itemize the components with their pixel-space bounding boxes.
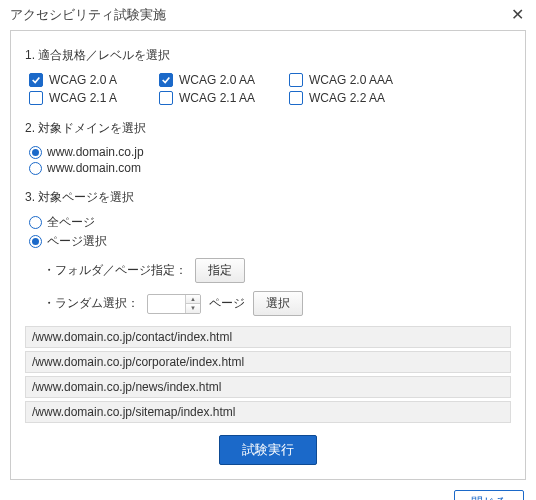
standard-option: WCAG 2.1 AA	[159, 90, 289, 106]
random-unit-label: ページ	[209, 295, 245, 312]
standard-label: WCAG 2.2 AA	[309, 91, 385, 105]
domain-option: www.domain.co.jp	[29, 145, 511, 159]
domain-radio[interactable]	[29, 146, 42, 159]
path-item[interactable]: /www.domain.co.jp/news/index.html	[25, 376, 511, 398]
folder-specify-button[interactable]: 指定	[195, 258, 245, 283]
standard-option: WCAG 2.2 AA	[289, 90, 419, 106]
random-spinner[interactable]: ▲ ▼	[185, 295, 200, 313]
domains-group: www.domain.co.jpwww.domain.com	[25, 145, 511, 175]
path-list: /www.domain.co.jp/contact/index.html/www…	[25, 326, 511, 423]
radio-all-pages-label: 全ページ	[47, 214, 95, 231]
close-icon[interactable]: ✕	[509, 7, 526, 23]
standard-option: WCAG 2.0 AAA	[289, 72, 419, 88]
standard-label: WCAG 2.0 A	[49, 73, 117, 87]
random-select-button[interactable]: 選択	[253, 291, 303, 316]
domain-label: www.domain.com	[47, 161, 141, 175]
close-button[interactable]: 閉じる	[454, 490, 524, 500]
main-panel: 1. 適合規格／レベルを選択 WCAG 2.0 AWCAG 2.0 AAWCAG…	[10, 30, 526, 480]
random-count-input[interactable]: ▲ ▼	[147, 294, 201, 314]
standard-label: WCAG 2.1 AA	[179, 91, 255, 105]
standard-checkbox[interactable]	[289, 73, 303, 87]
spinner-down-icon[interactable]: ▼	[186, 304, 200, 313]
run-test-button[interactable]: 試験実行	[219, 435, 317, 465]
standard-checkbox[interactable]	[159, 91, 173, 105]
section-3-heading: 3. 対象ページを選択	[25, 189, 511, 206]
standard-checkbox[interactable]	[29, 73, 43, 87]
radio-select-pages[interactable]	[29, 235, 42, 248]
radio-all-pages[interactable]	[29, 216, 42, 229]
standard-checkbox[interactable]	[159, 73, 173, 87]
standard-option: WCAG 2.0 AA	[159, 72, 289, 88]
standard-checkbox[interactable]	[29, 91, 43, 105]
standards-group: WCAG 2.0 AWCAG 2.0 AAWCAG 2.0 AAAWCAG 2.…	[29, 72, 511, 106]
standard-label: WCAG 2.1 A	[49, 91, 117, 105]
random-label: ランダム選択：	[43, 295, 139, 312]
path-item[interactable]: /www.domain.co.jp/corporate/index.html	[25, 351, 511, 373]
pages-group: 全ページ ページ選択 フォルダ／ページ指定： 指定 ランダム選択： ▲ ▼ ペー…	[25, 214, 511, 423]
folder-label: フォルダ／ページ指定：	[43, 262, 187, 279]
standard-option: WCAG 2.1 A	[29, 90, 159, 106]
radio-select-pages-label: ページ選択	[47, 233, 107, 250]
path-item[interactable]: /www.domain.co.jp/sitemap/index.html	[25, 401, 511, 423]
domain-label: www.domain.co.jp	[47, 145, 144, 159]
domain-option: www.domain.com	[29, 161, 511, 175]
dialog-title: アクセシビリティ試験実施	[10, 6, 166, 24]
standard-checkbox[interactable]	[289, 91, 303, 105]
domain-radio[interactable]	[29, 162, 42, 175]
spinner-up-icon[interactable]: ▲	[186, 295, 200, 305]
standard-option: WCAG 2.0 A	[29, 72, 159, 88]
random-count-value[interactable]	[148, 295, 185, 313]
section-2-heading: 2. 対象ドメインを選択	[25, 120, 511, 137]
path-item[interactable]: /www.domain.co.jp/contact/index.html	[25, 326, 511, 348]
standard-label: WCAG 2.0 AAA	[309, 73, 393, 87]
standard-label: WCAG 2.0 AA	[179, 73, 255, 87]
section-1-heading: 1. 適合規格／レベルを選択	[25, 47, 511, 64]
